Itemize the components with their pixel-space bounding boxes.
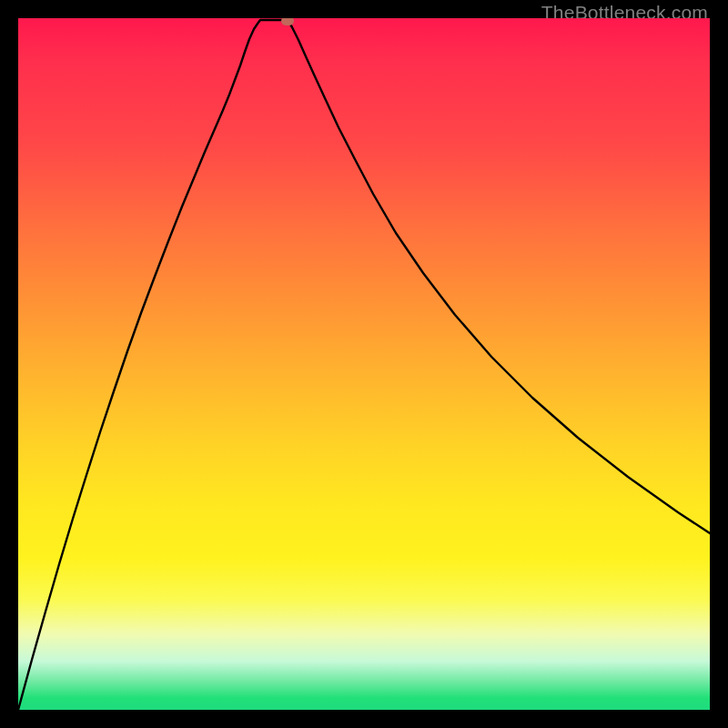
bottleneck-curve: [18, 20, 710, 710]
chart-curve-svg: [18, 18, 710, 710]
chart-frame: [18, 18, 710, 710]
optimal-point-marker: [281, 18, 294, 25]
